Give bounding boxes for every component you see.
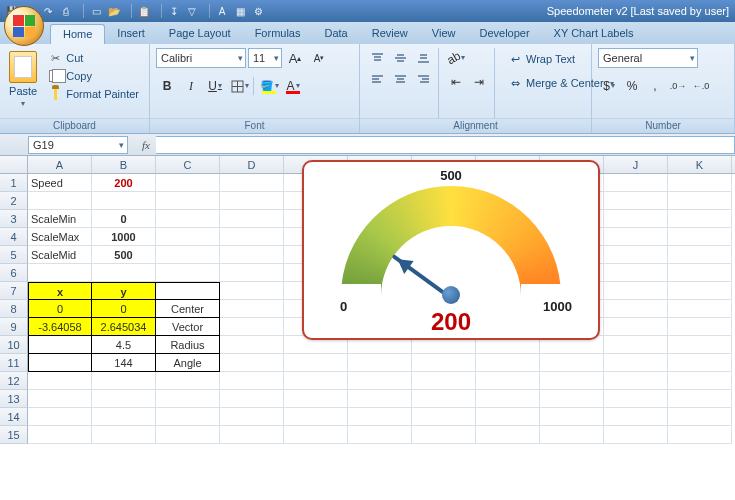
cell-J8[interactable]	[604, 300, 668, 318]
speedometer-chart[interactable]: 500 0 1000 200	[302, 160, 600, 340]
cell-C4[interactable]	[156, 228, 220, 246]
cell-C3[interactable]	[156, 210, 220, 228]
tab-formulas[interactable]: Formulas	[243, 24, 313, 44]
align-bottom-button[interactable]	[412, 48, 434, 68]
print-icon[interactable]: ⎙	[58, 3, 74, 19]
cell-J5[interactable]	[604, 246, 668, 264]
row-header-13[interactable]: 13	[0, 390, 28, 408]
cell-K11[interactable]	[668, 354, 732, 372]
cell-D3[interactable]	[220, 210, 284, 228]
col-header-D[interactable]: D	[220, 156, 284, 173]
cell-B7[interactable]: y	[92, 282, 156, 300]
cell-J15[interactable]	[604, 426, 668, 444]
cell-B8[interactable]: 0	[92, 300, 156, 318]
cell-C8[interactable]: Center	[156, 300, 220, 318]
align-top-button[interactable]	[366, 48, 388, 68]
cell-A3[interactable]: ScaleMin	[28, 210, 92, 228]
col-header-J[interactable]: J	[604, 156, 668, 173]
cell-E11[interactable]	[284, 354, 348, 372]
new-icon[interactable]: ▭	[88, 3, 104, 19]
cell-A15[interactable]	[28, 426, 92, 444]
border-button[interactable]	[228, 76, 254, 96]
filter-icon[interactable]: ▽	[184, 3, 200, 19]
shrink-font-button[interactable]: A▾	[308, 48, 330, 68]
tab-data[interactable]: Data	[312, 24, 359, 44]
row-header-5[interactable]: 5	[0, 246, 28, 264]
align-right-button[interactable]	[412, 69, 434, 89]
cell-K8[interactable]	[668, 300, 732, 318]
cell-F11[interactable]	[348, 354, 412, 372]
cell-F12[interactable]	[348, 372, 412, 390]
row-header-2[interactable]: 2	[0, 192, 28, 210]
cell-K14[interactable]	[668, 408, 732, 426]
row-header-14[interactable]: 14	[0, 408, 28, 426]
cell-H13[interactable]	[476, 390, 540, 408]
format-painter-button[interactable]: Format Painter	[44, 86, 143, 102]
cell-C7[interactable]	[156, 282, 220, 300]
row-header-1[interactable]: 1	[0, 174, 28, 192]
align-middle-button[interactable]	[389, 48, 411, 68]
cell-A10[interactable]	[28, 336, 92, 354]
italic-button[interactable]: I	[180, 76, 202, 96]
cell-I13[interactable]	[540, 390, 604, 408]
cell-J10[interactable]	[604, 336, 668, 354]
row-header-3[interactable]: 3	[0, 210, 28, 228]
cell-J3[interactable]	[604, 210, 668, 228]
cell-H14[interactable]	[476, 408, 540, 426]
cell-A2[interactable]	[28, 192, 92, 210]
bold-button[interactable]: B	[156, 76, 178, 96]
row-header-4[interactable]: 4	[0, 228, 28, 246]
cell-E15[interactable]	[284, 426, 348, 444]
cell-A8[interactable]: 0	[28, 300, 92, 318]
cell-A9[interactable]: -3.64058	[28, 318, 92, 336]
cell-D15[interactable]	[220, 426, 284, 444]
row-header-10[interactable]: 10	[0, 336, 28, 354]
cell-I14[interactable]	[540, 408, 604, 426]
cell-J11[interactable]	[604, 354, 668, 372]
decrease-indent-button[interactable]: ⇤	[445, 72, 467, 92]
cell-F14[interactable]	[348, 408, 412, 426]
cell-I12[interactable]	[540, 372, 604, 390]
cell-G11[interactable]	[412, 354, 476, 372]
align-center-button[interactable]	[389, 69, 411, 89]
cell-G15[interactable]	[412, 426, 476, 444]
cell-C1[interactable]	[156, 174, 220, 192]
increase-indent-button[interactable]: ⇥	[468, 72, 490, 92]
copy-button[interactable]: Copy	[44, 68, 143, 84]
row-header-15[interactable]: 15	[0, 426, 28, 444]
row-header-12[interactable]: 12	[0, 372, 28, 390]
cell-C5[interactable]	[156, 246, 220, 264]
row-header-7[interactable]: 7	[0, 282, 28, 300]
chart-icon[interactable]: ▦	[232, 3, 248, 19]
cell-E14[interactable]	[284, 408, 348, 426]
name-box[interactable]: G19	[28, 136, 128, 154]
row-header-6[interactable]: 6	[0, 264, 28, 282]
cell-J1[interactable]	[604, 174, 668, 192]
cell-B3[interactable]: 0	[92, 210, 156, 228]
cell-D14[interactable]	[220, 408, 284, 426]
office-button[interactable]	[4, 6, 44, 46]
font-name-combo[interactable]: Calibri	[156, 48, 246, 68]
cell-E13[interactable]	[284, 390, 348, 408]
cell-C6[interactable]	[156, 264, 220, 282]
cell-A14[interactable]	[28, 408, 92, 426]
cell-K7[interactable]	[668, 282, 732, 300]
tab-review[interactable]: Review	[360, 24, 420, 44]
select-all-corner[interactable]	[0, 156, 28, 173]
cell-B9[interactable]: 2.645034	[92, 318, 156, 336]
cell-D2[interactable]	[220, 192, 284, 210]
worksheet[interactable]: ABCDEFGHIJK 1Speed20023ScaleMin04ScaleMa…	[0, 156, 735, 444]
cell-B11[interactable]: 144	[92, 354, 156, 372]
cell-D12[interactable]	[220, 372, 284, 390]
cell-C11[interactable]: Angle	[156, 354, 220, 372]
cell-K13[interactable]	[668, 390, 732, 408]
font-color-button[interactable]: A	[282, 76, 304, 96]
cell-C2[interactable]	[156, 192, 220, 210]
col-header-B[interactable]: B	[92, 156, 156, 173]
cell-B6[interactable]	[92, 264, 156, 282]
cell-D10[interactable]	[220, 336, 284, 354]
cell-B1[interactable]: 200	[92, 174, 156, 192]
cell-K6[interactable]	[668, 264, 732, 282]
formula-input[interactable]	[156, 136, 735, 154]
cell-G14[interactable]	[412, 408, 476, 426]
